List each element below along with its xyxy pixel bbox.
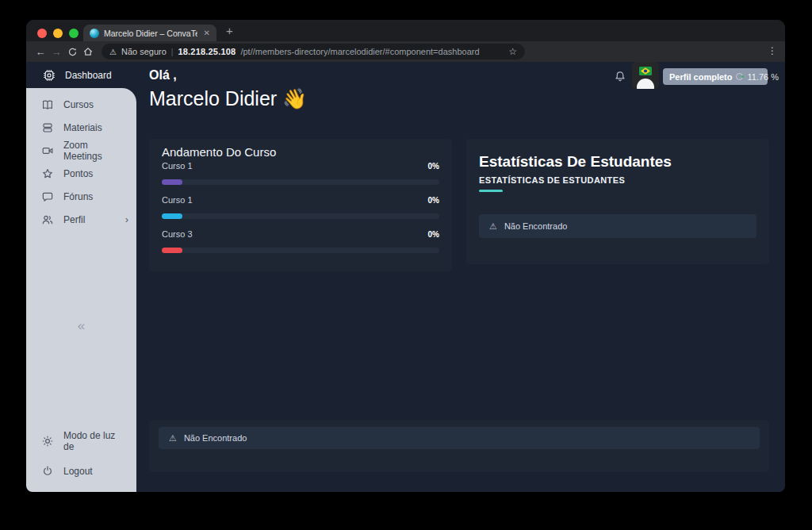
brazil-flag-icon [639, 67, 652, 75]
user-name-heading: Marcelo Didier 👋 [149, 87, 307, 110]
not-found-text: Não Encontrado [184, 433, 247, 443]
bookmark-star-icon[interactable]: ☆ [508, 46, 517, 57]
sidebar-item-materiais[interactable]: Materiais [26, 116, 136, 139]
sidebar-item-zoom-meetings[interactable]: Zoom Meetings [26, 139, 136, 162]
course-percent: 0% [428, 196, 439, 205]
sidebar-item-label: Zoom Meetings [63, 140, 128, 162]
student-stats-subtitle: ESTATÍSTICAS DE ESTUDANTES [479, 175, 625, 185]
sidebar-body: Cursos Materiais Zoo [26, 88, 136, 492]
tab-strip: Marcelo Didier – ConvaTec Clas ✕ + [26, 20, 785, 41]
light-mode-toggle[interactable]: Modo de luz de [26, 429, 136, 452]
accent-underline [479, 190, 503, 192]
profile-complete-label: Perfil completo [669, 72, 732, 82]
course-name: Curso 3 [162, 229, 193, 239]
tab-title: Marcelo Didier – ConvaTec Clas [104, 29, 197, 38]
course-name: Curso 1 [162, 161, 193, 171]
student-stats-title: Estatísticas De Estudantes [479, 153, 672, 171]
users-icon [41, 213, 54, 226]
url-separator: | [171, 48, 174, 56]
site-favicon-icon [90, 29, 99, 38]
light-mode-label: Modo de luz de [63, 430, 128, 452]
sidebar-item-cursos[interactable]: Cursos [26, 93, 136, 116]
avatar-figure [637, 79, 654, 89]
browser-tab[interactable]: Marcelo Didier – ConvaTec Clas ✕ [83, 25, 216, 41]
sidebar-item-dashboard[interactable]: Dashboard [26, 62, 136, 88]
progress-fill [162, 179, 182, 185]
sidebar-item-label: Materiais [63, 122, 102, 133]
browser-toolbar: ← → ⚠ Não seguro | 18.218.25.108 /pt//me… [26, 41, 785, 62]
warning-icon: ⚠ [169, 433, 177, 444]
sidebar-item-perfil[interactable]: Perfil › [26, 208, 136, 231]
progress-fill [162, 248, 182, 253]
home-icon[interactable] [80, 46, 96, 57]
back-icon[interactable]: ← [33, 46, 48, 58]
zoom-window-button[interactable] [69, 29, 79, 38]
security-label: Não seguro [121, 47, 167, 56]
page-content: Dashboard Cursos Materi [26, 62, 785, 492]
not-secure-warning-icon: ⚠ [109, 48, 117, 56]
logout-button[interactable]: Logout [26, 459, 136, 482]
user-avatar[interactable] [632, 62, 659, 89]
address-bar[interactable]: ⚠ Não seguro | 18.218.25.108 /pt//member… [102, 44, 525, 60]
progress-fill [162, 213, 182, 219]
profile-complete-badge: Perfil completo 11.76 % [663, 68, 768, 85]
main-area: Olá , Marcelo Didier 👋 Perfil completo [136, 62, 785, 492]
traffic-lights [37, 29, 79, 38]
sidebar-item-label: Pontos [63, 168, 93, 179]
course-name: Curso 1 [162, 195, 193, 205]
profile-complete-value: 11.76 % [747, 72, 779, 82]
sidebar-item-pontos[interactable]: Pontos [26, 162, 136, 185]
sidebar: Dashboard Cursos Materi [26, 62, 136, 492]
close-window-button[interactable] [37, 29, 47, 38]
url-host: 18.218.25.108 [178, 47, 236, 56]
dashboard-icon [43, 69, 56, 82]
chat-bubble-icon [41, 190, 54, 203]
tab-close-icon[interactable]: ✕ [202, 29, 210, 37]
notifications-bell-icon[interactable] [614, 70, 626, 83]
minimize-window-button[interactable] [53, 29, 63, 38]
sidebar-item-label: Dashboard [65, 70, 112, 81]
star-icon [41, 167, 54, 180]
progress-track [162, 179, 439, 185]
course-percent: 0% [428, 162, 439, 171]
warning-icon: ⚠ [489, 221, 497, 232]
book-icon [41, 98, 54, 111]
bottom-card: ⚠ Não Encontrado [149, 421, 769, 472]
sidebar-item-foruns[interactable]: Fóruns [26, 185, 136, 208]
not-found-text: Não Encontrado [504, 221, 568, 231]
student-stats-card: Estatísticas De Estudantes ESTATÍSTICAS … [466, 139, 769, 264]
sidebar-item-label: Perfil [63, 214, 85, 225]
forward-icon[interactable]: → [48, 46, 64, 58]
video-camera-icon [41, 144, 54, 157]
reload-icon[interactable] [64, 47, 80, 57]
browser-menu-icon[interactable]: ⋮ [768, 45, 777, 56]
logout-label: Logout [63, 466, 93, 477]
course-progress-title: Andamento Do Curso [162, 145, 276, 159]
sidebar-item-label: Cursos [63, 99, 94, 110]
course-progress-card: Andamento Do Curso Curso 1 0% Curso 1 0%… [149, 139, 452, 271]
progress-track [162, 248, 439, 253]
mini-progress-ring-icon [736, 73, 743, 80]
course-percent: 0% [428, 230, 439, 239]
sidebar-collapse-button[interactable]: « [26, 318, 136, 334]
sidebar-item-label: Fóruns [63, 191, 93, 202]
url-path: /pt//members-directory/marcelodidier/#co… [240, 47, 504, 56]
sun-icon [41, 435, 54, 447]
not-found-alert: ⚠ Não Encontrado [159, 427, 760, 449]
new-tab-button[interactable]: + [226, 24, 233, 37]
power-icon [41, 465, 54, 478]
progress-track [162, 213, 439, 219]
greeting-prefix: Olá , [149, 68, 177, 83]
browser-window: Marcelo Didier – ConvaTec Clas ✕ + ← → ⚠… [26, 20, 785, 492]
layers-icon [41, 121, 54, 134]
not-found-alert: ⚠ Não Encontrado [479, 214, 756, 238]
chevron-right-icon: › [125, 213, 128, 225]
